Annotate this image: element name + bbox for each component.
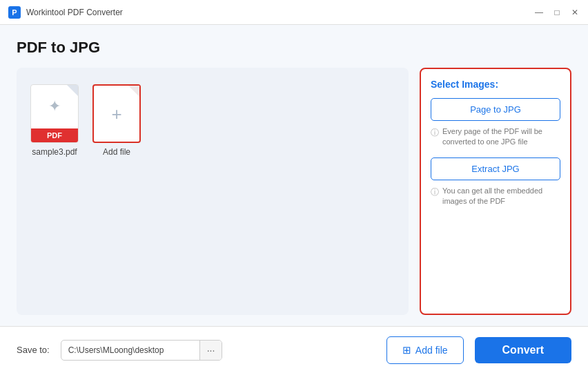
options-panel: Select Images: Page to JPG ⓘ Every page … — [420, 68, 571, 315]
app-title: Workintool PDF Converter — [26, 8, 534, 17]
page-to-jpg-hint: ⓘ Every page of the PDF will be converte… — [431, 126, 560, 148]
minimize-button[interactable]: — — [534, 8, 544, 17]
add-file-btn-label: Add file — [415, 345, 448, 356]
pdf-badge: PDF — [31, 128, 78, 142]
plus-icon: + — [111, 105, 121, 123]
maximize-button[interactable]: □ — [552, 8, 562, 17]
hint2-icon: ⓘ — [431, 186, 439, 198]
pdf-file-card[interactable]: ✦ PDF sample3.pdf — [30, 84, 79, 157]
adobe-icon: ✦ — [48, 97, 61, 115]
page-to-jpg-button[interactable]: Page to JPG — [431, 98, 560, 121]
options-title: Select Images: — [431, 79, 560, 90]
app-logo: P — [8, 6, 21, 19]
save-to-label: Save to: — [17, 345, 50, 355]
hint1-icon: ⓘ — [431, 127, 439, 139]
add-file-label: Add file — [103, 147, 130, 157]
window-controls: — □ ✕ — [534, 8, 580, 17]
title-bar: P Workintool PDF Converter — □ ✕ — [0, 0, 588, 25]
pdf-file-label: sample3.pdf — [32, 147, 77, 157]
work-area: ✦ PDF sample3.pdf + Add file Select Imag… — [17, 68, 571, 315]
extract-jpg-button[interactable]: Extract JPG — [431, 157, 560, 180]
pdf-file-icon: ✦ PDF — [30, 84, 79, 143]
add-file-button[interactable]: ⊞ Add file — [386, 336, 464, 364]
close-button[interactable]: ✕ — [570, 8, 580, 17]
add-file-icon-box: + — [92, 84, 141, 143]
convert-button[interactable]: Convert — [475, 337, 571, 363]
add-file-btn-icon: ⊞ — [402, 344, 411, 356]
browse-button[interactable]: ··· — [199, 341, 222, 360]
path-input[interactable] — [61, 341, 199, 359]
extract-jpg-hint: ⓘ You can get all the embedded images of… — [431, 186, 560, 207]
main-content: PDF to JPG ✦ PDF sample3.pdf + Add file — [0, 25, 588, 326]
bottom-bar: Save to: ··· ⊞ Add file Convert — [0, 326, 588, 373]
path-input-wrap: ··· — [61, 340, 223, 361]
file-area: ✦ PDF sample3.pdf + Add file — [17, 68, 409, 315]
add-file-card[interactable]: + Add file — [92, 84, 141, 157]
page-title: PDF to JPG — [17, 39, 571, 57]
